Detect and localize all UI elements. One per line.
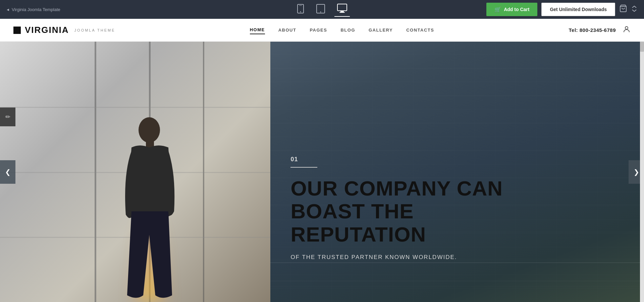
svg-rect-6 — [340, 11, 344, 12]
main-navigation: HOME ABOUT PAGES BLOG GALLERY CONTACTS — [250, 26, 434, 34]
slide-subtitle: OF THE TRUSTED PARTNER KNOWN WORLDWIDE. — [290, 253, 478, 262]
next-arrow-icon: ❯ — [634, 168, 639, 176]
cart-button-icon: 🛒 — [494, 6, 501, 13]
slide-number: 01 — [290, 156, 512, 163]
hero-scrollbar[interactable] — [640, 42, 644, 302]
phone-number: Tel: 800-2345-6789 — [569, 27, 616, 33]
prev-arrow-icon: ❮ — [5, 168, 11, 176]
nav-item-blog[interactable]: BLOG — [340, 26, 355, 34]
nav-item-pages[interactable]: PAGES — [310, 26, 327, 34]
logo-main-text: VIRGINIA — [25, 25, 69, 35]
site-header: VIRGINIA JOOMLA THEME HOME ABOUT PAGES B… — [0, 19, 644, 42]
svg-point-9 — [625, 27, 628, 29]
slide-title: OUR COMPANY CAN BOAST THE REPUTATION — [290, 177, 512, 246]
person-silhouette — [113, 107, 187, 302]
svg-point-4 — [320, 11, 321, 12]
nav-item-contacts[interactable]: CONTACTS — [406, 26, 434, 34]
back-arrow-icon: ◂ — [7, 7, 9, 12]
svg-point-10 — [139, 117, 160, 143]
desktop-device-icon[interactable] — [334, 2, 350, 17]
slide-divider — [290, 167, 317, 168]
svg-rect-2 — [299, 5, 302, 6]
unlimited-downloads-button[interactable]: Get Unlimited Downloads — [541, 3, 615, 16]
add-to-cart-button[interactable]: 🛒 Add to Cart — [486, 3, 537, 16]
user-icon[interactable] — [623, 25, 631, 35]
hero-section: 01 OUR COMPANY CAN BOAST THE REPUTATION … — [0, 42, 644, 302]
back-link[interactable]: ◂ Virginia Joomla Template — [7, 7, 60, 12]
top-bar: ◂ Virginia Joomla Template — [0, 0, 644, 19]
edit-overlay-button[interactable]: ✏ — [0, 107, 15, 126]
expand-icon[interactable] — [631, 6, 637, 13]
logo: VIRGINIA JOOMLA THEME — [13, 25, 115, 35]
cart-icon[interactable] — [619, 4, 627, 14]
nav-item-gallery[interactable]: GALLERY — [369, 26, 393, 34]
svg-rect-5 — [337, 4, 347, 11]
hero-content: 01 OUR COMPANY CAN BOAST THE REPUTATION … — [270, 156, 512, 262]
logo-square — [13, 27, 21, 34]
nav-item-about[interactable]: ABOUT — [278, 26, 297, 34]
logo-sub-text: JOOMLA THEME — [74, 28, 115, 32]
top-bar-actions: 🛒 Add to Cart Get Unlimited Downloads — [486, 3, 637, 16]
edit-icon: ✏ — [5, 113, 10, 121]
header-right: Tel: 800-2345-6789 — [569, 25, 631, 35]
svg-point-1 — [300, 11, 301, 12]
hero-prev-button[interactable]: ❮ — [0, 160, 15, 184]
scrollbar-thumb — [640, 42, 644, 52]
nav-item-home[interactable]: HOME — [250, 26, 265, 34]
back-label: Virginia Joomla Template — [12, 7, 60, 12]
tablet-device-icon[interactable] — [314, 3, 328, 16]
mobile-device-icon[interactable] — [294, 3, 307, 16]
device-switcher — [294, 2, 350, 17]
hero-bg-left — [0, 42, 270, 302]
svg-rect-7 — [339, 12, 345, 13]
